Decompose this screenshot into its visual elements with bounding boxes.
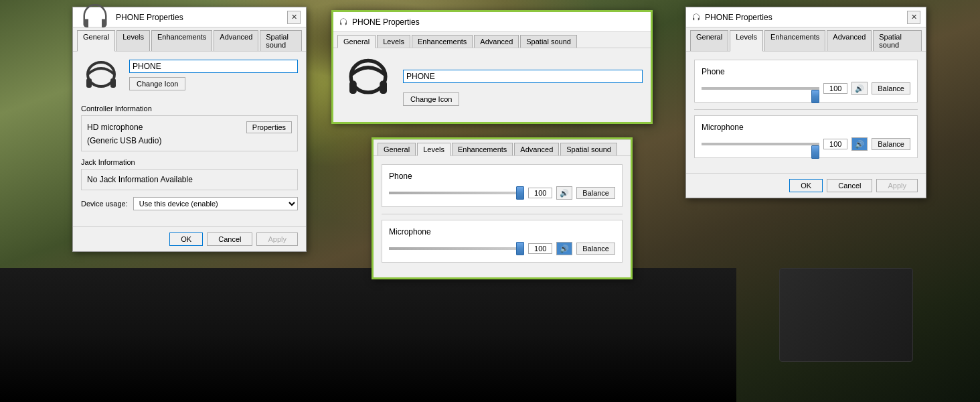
svg-rect-1 xyxy=(86,78,92,88)
phone-mute-button-center[interactable]: 🔊 xyxy=(556,186,572,200)
microphone-volume-input-right[interactable] xyxy=(823,139,847,149)
phone-label-center: Phone xyxy=(389,172,615,181)
device-name-input-center[interactable] xyxy=(403,70,643,83)
tab-advanced-left[interactable]: Advanced xyxy=(214,30,258,51)
tab-general-cl[interactable]: General xyxy=(378,143,416,155)
tab-enhancements-right[interactable]: Enhancements xyxy=(764,30,825,51)
microphone-slider-track-center xyxy=(389,247,524,250)
phone-volume-input-center[interactable] xyxy=(528,188,552,198)
tabs-right: General Levels Enhancements Advanced Spa… xyxy=(686,27,926,52)
headphone-icon-right xyxy=(691,13,701,22)
apply-button-left[interactable]: Apply xyxy=(256,232,298,246)
phone-slider-track-center xyxy=(389,192,524,194)
titlebar-right: PHONE Properties ✕ xyxy=(686,7,926,27)
usage-select-left[interactable]: Use this device (enable) xyxy=(133,197,298,210)
tab-levels-right[interactable]: Levels xyxy=(730,30,763,52)
microphone-slider-thumb-center[interactable] xyxy=(516,242,524,255)
tab-enhancements-cl[interactable]: Enhancements xyxy=(452,143,513,155)
jack-section-label-left: Jack Information xyxy=(81,158,298,166)
properties-button-left[interactable]: Properties xyxy=(246,121,292,133)
close-button-right[interactable]: ✕ xyxy=(907,11,920,24)
dialog-right: PHONE Properties ✕ General Levels Enhanc… xyxy=(685,7,926,198)
ok-button-right[interactable]: OK xyxy=(789,179,823,192)
dialog-left: PHONE Properties ✕ General Levels Enhanc… xyxy=(72,7,307,252)
tab-enhancements-center[interactable]: Enhancements xyxy=(412,35,473,48)
microphone-balance-button-center[interactable]: Balance xyxy=(576,243,615,255)
tab-general-center[interactable]: General xyxy=(337,35,376,48)
close-button-left[interactable]: ✕ xyxy=(287,11,301,24)
headphone-icon-center xyxy=(339,17,348,27)
content-right: Phone 🔊 Balance Microphone 🔊 xyxy=(686,52,926,173)
tab-advanced-center[interactable]: Advanced xyxy=(474,35,519,48)
ok-button-left[interactable]: OK xyxy=(169,232,203,246)
tab-general-left[interactable]: General xyxy=(77,30,115,52)
microphone-slider-track-right xyxy=(702,143,819,145)
dialog-center-levels: General Levels Enhancements Advanced Spa… xyxy=(372,137,633,279)
tabs-left: General Levels Enhancements Advanced Spa… xyxy=(73,27,306,52)
titlebar-left: PHONE Properties ✕ xyxy=(73,7,306,27)
microphone-label-center: Microphone xyxy=(389,227,615,237)
controller-item1-left: HD microphone xyxy=(87,123,143,132)
cancel-button-right[interactable]: Cancel xyxy=(827,179,872,192)
usage-label-left: Device usage: xyxy=(81,200,128,208)
phone-label-right: Phone xyxy=(702,67,910,76)
controller-item2-left: (Generic USB Audio) xyxy=(87,136,292,145)
content-center-levels: Phone 🔊 Balance Microphone 🔊 xyxy=(374,156,631,277)
tab-levels-center[interactable]: Levels xyxy=(377,35,410,48)
tab-levels-left[interactable]: Levels xyxy=(116,30,150,51)
microphone-mute-button-center[interactable]: 🔊 xyxy=(556,242,572,255)
microphone-label-right: Microphone xyxy=(702,123,910,132)
footer-left: OK Cancel Apply xyxy=(73,226,306,251)
tab-spatial-center[interactable]: Spatial sound xyxy=(520,35,577,48)
tab-spatial-right[interactable]: Spatial sound xyxy=(873,30,922,51)
tab-spatial-cl[interactable]: Spatial sound xyxy=(560,143,617,155)
phone-levels-group-right: Phone 🔊 Balance xyxy=(694,60,918,103)
microphone-balance-button-right[interactable]: Balance xyxy=(872,138,910,150)
controller-info-left: HD microphone Properties (Generic USB Au… xyxy=(81,115,298,151)
tabs-center-levels: General Levels Enhancements Advanced Spa… xyxy=(374,139,631,156)
change-icon-button-center[interactable]: Change Icon xyxy=(403,92,459,106)
tab-spatial-left[interactable]: Spatial sound xyxy=(260,30,302,51)
separator-center xyxy=(382,214,623,214)
phone-balance-button-right[interactable]: Balance xyxy=(872,82,910,94)
jack-info-text-left: No Jack Information Available xyxy=(87,175,292,184)
microphone-volume-input-center[interactable] xyxy=(528,243,552,254)
tab-general-right[interactable]: General xyxy=(690,30,728,51)
svg-rect-5 xyxy=(380,81,387,94)
dialog-center-general: PHONE Properties General Levels Enhancem… xyxy=(331,10,653,124)
microphone-slider-thumb-right[interactable] xyxy=(811,145,819,159)
phone-slider-track-right xyxy=(702,87,819,90)
titlebar-center: PHONE Properties xyxy=(333,12,651,32)
separator-right xyxy=(694,109,918,110)
microphone-mute-button-right[interactable]: 🔊 xyxy=(851,137,868,151)
phone-volume-input-right[interactable] xyxy=(823,83,847,94)
footer-right: OK Cancel Apply xyxy=(686,173,926,198)
tab-advanced-right[interactable]: Advanced xyxy=(827,30,872,51)
phone-slider-thumb-right[interactable] xyxy=(811,90,819,103)
phone-balance-button-center[interactable]: Balance xyxy=(576,187,615,199)
change-icon-button-left[interactable]: Change Icon xyxy=(129,77,185,90)
title-center: PHONE Properties xyxy=(339,17,420,27)
microphone-levels-group-right: Microphone 🔊 Balance xyxy=(694,115,918,158)
tab-advanced-cl[interactable]: Advanced xyxy=(514,143,559,155)
headphone-image-left xyxy=(81,60,121,96)
general-right-left: Change Icon xyxy=(129,60,298,90)
content-center: Change Icon xyxy=(333,48,651,122)
device-name-input-left[interactable] xyxy=(129,60,298,73)
phone-mute-button-right[interactable]: 🔊 xyxy=(851,82,868,95)
tab-enhancements-left[interactable]: Enhancements xyxy=(151,30,212,51)
tab-levels-cl[interactable]: Levels xyxy=(417,143,451,156)
apply-button-right[interactable]: Apply xyxy=(876,179,918,192)
tabs-center: General Levels Enhancements Advanced Spa… xyxy=(333,32,651,48)
headphone-image-center xyxy=(341,56,395,103)
controller-row-left: HD microphone Properties xyxy=(87,121,292,133)
svg-rect-4 xyxy=(349,81,357,94)
general-section-left: Change Icon xyxy=(81,60,298,96)
svg-rect-2 xyxy=(110,78,116,88)
phone-slider-thumb-center[interactable] xyxy=(516,186,524,200)
general-right-center: Change Icon xyxy=(403,56,643,106)
jack-info-left: No Jack Information Available xyxy=(81,169,298,190)
title-left: PHONE Properties xyxy=(78,1,183,34)
cancel-button-left[interactable]: Cancel xyxy=(207,232,252,246)
phone-slider-row-right: 🔊 Balance xyxy=(702,82,910,95)
